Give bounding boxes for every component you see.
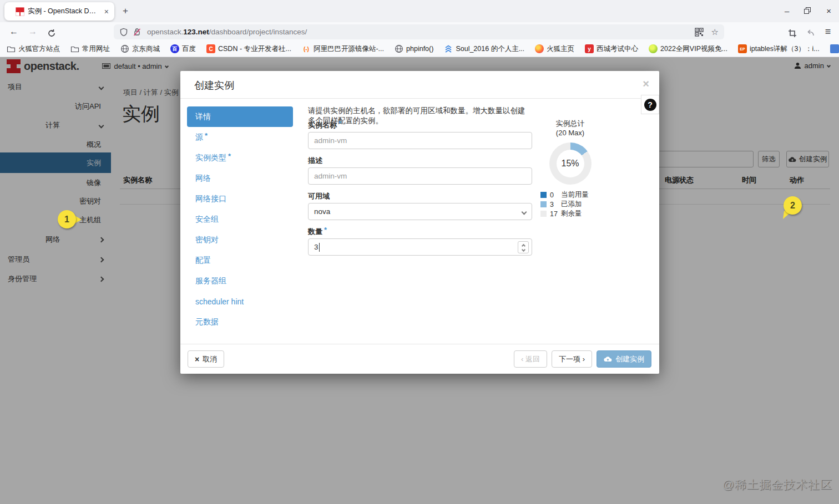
screenshot-crop-icon[interactable] xyxy=(785,24,800,39)
minimize-icon[interactable]: – xyxy=(785,6,789,17)
wizard-step-security-groups[interactable]: 安全组 xyxy=(187,209,293,230)
wizard-step-scheduler-hint[interactable]: scheduler hint xyxy=(187,291,293,312)
tab-title: 实例 - OpenStack Dashboard xyxy=(28,7,100,16)
wizard-step-keypair[interactable]: 密钥对 xyxy=(187,230,293,250)
quota-percent: 15% xyxy=(557,150,584,177)
xicheng-icon: y xyxy=(585,44,594,53)
count-input[interactable]: 3 xyxy=(308,238,532,256)
wizard-step-server-groups[interactable]: 服务器组 xyxy=(187,271,293,291)
form-help-text: 请提供实例的主机名，欲部署的可用区域和数量。增大数量以创建多个同样配置的实例。 xyxy=(308,106,532,126)
wizard-step-ports[interactable]: 网络接口 xyxy=(187,189,293,209)
blog-icon xyxy=(830,44,839,53)
wizard-step-networks[interactable]: 网络 xyxy=(187,168,293,189)
bookmark-item[interactable]: EPiptables详解（3）：i... xyxy=(738,44,820,54)
screen: 实例 - OpenStack Dashboard × + – × ← → ope… xyxy=(0,0,839,504)
modal-footer: ×取消 ‹ 返回 下一项 › 创建实例 xyxy=(180,344,659,374)
wizard-step-metadata[interactable]: 元数据 xyxy=(187,312,293,332)
forward-icon[interactable]: → xyxy=(26,24,40,39)
legend-added: 3已添加 xyxy=(540,200,602,209)
wizard-step-configuration[interactable]: 配置 xyxy=(187,250,293,271)
wizard-nav: 详情 源* 实例类型* 网络 网络接口 安全组 密钥对 配置 服务器组 sche… xyxy=(187,106,293,332)
firefox-icon xyxy=(535,44,544,53)
question-mark-icon: ? xyxy=(644,99,656,111)
cloud-upload-icon xyxy=(604,356,612,362)
soul-icon xyxy=(444,44,453,53)
tutorial-marker-2: 2 xyxy=(784,196,802,215)
next-button[interactable]: 下一项 › xyxy=(552,350,592,368)
url-text[interactable]: openstack.123.net/dashboard/project/inst… xyxy=(147,28,695,36)
stepper-down-icon[interactable] xyxy=(521,248,525,252)
wizard-step-details[interactable]: 详情 xyxy=(187,106,293,127)
wizard-step-flavor[interactable]: 实例类型* xyxy=(187,147,293,168)
address-bar[interactable]: openstack.123.net/dashboard/project/inst… xyxy=(114,24,724,39)
globe-icon xyxy=(395,44,403,53)
bookmark-item[interactable]: 火狐官方站点 xyxy=(7,44,60,54)
number-stepper[interactable] xyxy=(518,241,529,253)
undo-arrow-icon[interactable] xyxy=(803,24,818,39)
cancel-x-icon: × xyxy=(195,355,199,364)
tutorial-marker-1: 1 xyxy=(58,210,76,228)
details-form: 请提供实例的主机名，欲部署的可用区域和数量。增大数量以创建多个同样配置的实例。 … xyxy=(308,106,532,126)
quota-donut-chart: 15% xyxy=(549,142,592,185)
menu-hamburger-icon[interactable]: ≡ xyxy=(821,24,835,39)
legend-swatch-added xyxy=(540,201,547,207)
availability-zone-select[interactable]: nova xyxy=(308,203,532,220)
count-label: 数量* xyxy=(308,227,327,237)
bookmark-item[interactable]: y西城考试中心 xyxy=(585,44,638,54)
description-input[interactable]: admin-vm xyxy=(308,167,532,185)
alibaba-icon: (-) xyxy=(302,44,311,53)
legend-swatch-remaining xyxy=(540,211,547,217)
permissions-blocked-icon[interactable] xyxy=(133,28,141,37)
close-window-icon[interactable]: × xyxy=(826,6,831,17)
bookmark-item[interactable]: phpinfo() xyxy=(395,44,433,53)
video-icon xyxy=(649,44,658,53)
globe-icon xyxy=(120,44,129,53)
folder-icon xyxy=(7,44,16,53)
tab-strip: 实例 - OpenStack Dashboard × + – × xyxy=(0,0,839,22)
new-tab-button[interactable]: + xyxy=(119,4,132,18)
help-button[interactable]: ? xyxy=(641,95,659,114)
shield-icon[interactable] xyxy=(119,28,128,37)
browser-tab[interactable]: 实例 - OpenStack Dashboard × xyxy=(4,2,114,21)
legend-current-usage: 0当前用量 xyxy=(540,190,602,200)
quota-title: 实例总计 xyxy=(538,119,602,129)
bookmark-star-icon[interactable]: ☆ xyxy=(711,27,719,37)
bookmark-item[interactable]: CCSDN - 专业开发者社... xyxy=(206,44,291,54)
folder-icon xyxy=(70,44,79,53)
restore-icon[interactable] xyxy=(805,8,811,14)
bookmarks-bar: 火狐官方站点 常用网址 京东商城 百百度 CCSDN - 专业开发者社... (… xyxy=(0,41,839,57)
openstack-favicon xyxy=(16,7,24,16)
back-icon[interactable]: ← xyxy=(7,24,21,39)
quota-legend: 0当前用量 3已添加 17剩余量 xyxy=(538,190,602,218)
watermark: @稀土掘金技术社区 xyxy=(722,477,832,492)
back-button[interactable]: ‹ 返回 xyxy=(514,350,547,368)
csdn-icon: C xyxy=(206,44,215,53)
reload-icon[interactable] xyxy=(44,24,59,39)
bookmark-item[interactable]: 博客搬家申请表 xyxy=(830,44,839,54)
instance-name-label: 实例名称* xyxy=(308,120,341,130)
instance-name-input[interactable]: admin-vm xyxy=(308,132,532,149)
legend-remaining: 17剩余量 xyxy=(540,209,602,218)
bookmark-item[interactable]: 常用网址 xyxy=(70,44,110,54)
window-controls: – × xyxy=(785,6,831,17)
wizard-step-source[interactable]: 源* xyxy=(187,127,293,147)
bookmark-item[interactable]: 火狐主页 xyxy=(535,44,574,54)
page-content: openstack. default • admin admin 项目 访问AP… xyxy=(0,57,839,504)
bookmark-item[interactable]: 百百度 xyxy=(170,44,196,54)
availability-zone-label: 可用域 xyxy=(308,191,330,201)
chevron-down-icon xyxy=(522,210,527,215)
modal-close-icon[interactable]: × xyxy=(643,78,649,90)
baidu-icon: 百 xyxy=(170,44,179,53)
text-caret xyxy=(319,243,320,252)
quota-subtitle: (20 Max) xyxy=(538,129,602,137)
bookmark-item[interactable]: Soul_2016 的个人主... xyxy=(444,44,524,54)
create-instance-submit-button[interactable]: 创建实例 xyxy=(597,350,651,368)
quota-chart: 实例总计 (20 Max) 15% 0当前用量 3已添加 17剩余量 xyxy=(538,119,602,218)
legend-swatch-used xyxy=(540,192,547,198)
qr-code-icon[interactable] xyxy=(695,28,704,37)
bookmark-item[interactable]: 京东商城 xyxy=(120,44,160,54)
bookmark-item[interactable]: 2022全网VIP视频免... xyxy=(649,44,727,54)
tab-close-icon[interactable]: × xyxy=(103,7,110,16)
cancel-button[interactable]: ×取消 xyxy=(188,350,224,368)
bookmark-item[interactable]: (-)阿里巴巴开源镜像站-... xyxy=(302,44,384,54)
